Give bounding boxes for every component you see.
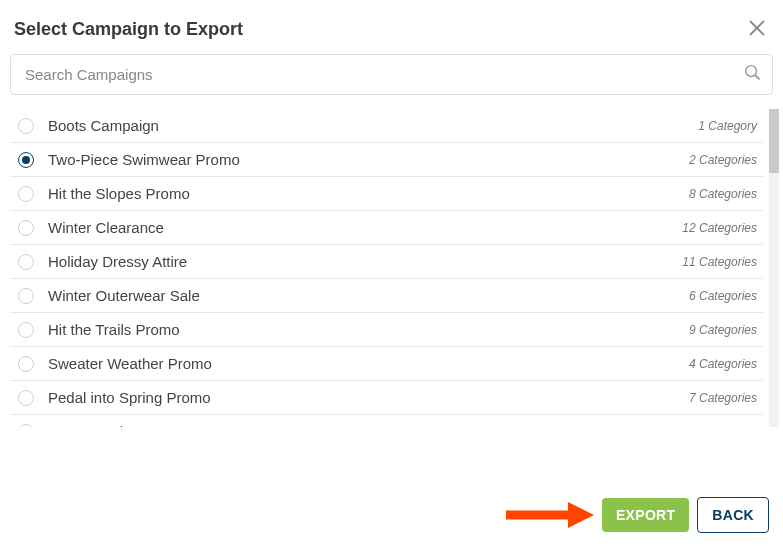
campaign-name: Two-Piece Swimwear Promo bbox=[48, 151, 689, 168]
search-input[interactable] bbox=[11, 55, 733, 94]
radio-button[interactable] bbox=[18, 322, 34, 338]
radio-button[interactable] bbox=[18, 288, 34, 304]
radio-button[interactable] bbox=[18, 424, 34, 428]
campaign-row[interactable]: Pedal into Spring Promo7 Categories bbox=[10, 381, 763, 415]
export-button[interactable]: EXPORT bbox=[602, 498, 689, 532]
campaign-row[interactable]: Boots Campaign1 Category bbox=[10, 109, 763, 143]
campaign-name: Boots Campaign bbox=[48, 117, 698, 134]
campaign-meta: 7 Categories bbox=[689, 391, 757, 405]
scrollbar-track[interactable] bbox=[769, 109, 779, 427]
campaign-row[interactable]: Hit the Slopes Promo8 Categories bbox=[10, 177, 763, 211]
campaign-row[interactable]: Holiday Dressy Attire11 Categories bbox=[10, 245, 763, 279]
radio-button[interactable] bbox=[18, 118, 34, 134]
campaign-name: Summer Clearance bbox=[48, 423, 682, 427]
campaign-meta: 8 Categories bbox=[689, 187, 757, 201]
campaign-row[interactable]: Sweater Weather Promo4 Categories bbox=[10, 347, 763, 381]
svg-marker-3 bbox=[568, 502, 594, 528]
radio-button[interactable] bbox=[18, 152, 34, 168]
scrollbar-thumb[interactable] bbox=[769, 109, 779, 173]
campaign-row[interactable]: Winter Clearance12 Categories bbox=[10, 211, 763, 245]
campaign-meta: 12 Categories bbox=[682, 221, 757, 235]
campaign-name: Winter Outerwear Sale bbox=[48, 287, 689, 304]
campaign-meta: 12 Categories bbox=[682, 425, 757, 428]
campaign-name: Sweater Weather Promo bbox=[48, 355, 689, 372]
campaign-meta: 2 Categories bbox=[689, 153, 757, 167]
campaign-meta: 6 Categories bbox=[689, 289, 757, 303]
close-button[interactable] bbox=[745, 14, 769, 44]
radio-button[interactable] bbox=[18, 186, 34, 202]
campaign-name: Hit the Trails Promo bbox=[48, 321, 689, 338]
close-icon bbox=[749, 20, 765, 36]
campaign-meta: 4 Categories bbox=[689, 357, 757, 371]
campaign-name: Holiday Dressy Attire bbox=[48, 253, 682, 270]
campaign-list-container: Boots Campaign1 CategoryTwo-Piece Swimwe… bbox=[10, 109, 773, 427]
campaign-meta: 9 Categories bbox=[689, 323, 757, 337]
search-icon bbox=[733, 65, 772, 84]
campaign-name: Winter Clearance bbox=[48, 219, 682, 236]
campaign-row[interactable]: Summer Clearance12 Categories bbox=[10, 415, 763, 427]
dialog-footer: EXPORT BACK bbox=[504, 497, 769, 533]
campaign-meta: 11 Categories bbox=[682, 255, 757, 269]
campaign-list: Boots Campaign1 CategoryTwo-Piece Swimwe… bbox=[10, 109, 773, 427]
campaign-name: Pedal into Spring Promo bbox=[48, 389, 689, 406]
campaign-name: Hit the Slopes Promo bbox=[48, 185, 689, 202]
arrow-annotation bbox=[504, 500, 594, 530]
radio-button[interactable] bbox=[18, 254, 34, 270]
campaign-row[interactable]: Hit the Trails Promo9 Categories bbox=[10, 313, 763, 347]
radio-button[interactable] bbox=[18, 390, 34, 406]
campaign-meta: 1 Category bbox=[698, 119, 757, 133]
radio-button[interactable] bbox=[18, 220, 34, 236]
radio-button[interactable] bbox=[18, 356, 34, 372]
dialog-title: Select Campaign to Export bbox=[14, 19, 243, 40]
search-wrapper bbox=[10, 54, 773, 95]
campaign-row[interactable]: Winter Outerwear Sale6 Categories bbox=[10, 279, 763, 313]
back-button[interactable]: BACK bbox=[697, 497, 769, 533]
search-container bbox=[0, 54, 783, 109]
campaign-row[interactable]: Two-Piece Swimwear Promo2 Categories bbox=[10, 143, 763, 177]
dialog-header: Select Campaign to Export bbox=[0, 0, 783, 54]
